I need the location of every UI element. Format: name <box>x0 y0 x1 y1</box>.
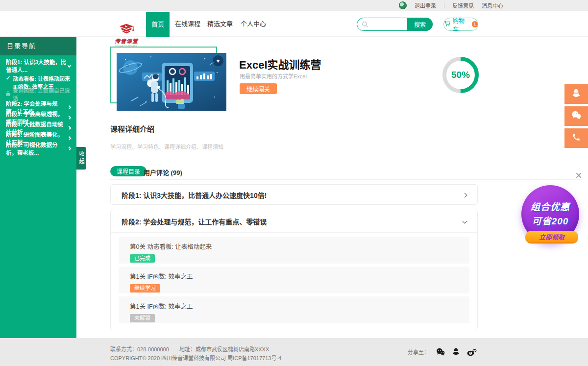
stage-1-title: 阶段1: 认识3大技能，比普通人办公速度快10倍! <box>122 190 267 200</box>
lesson-row[interactable]: 第1关 IF函数: 效率之王 继续学习 <box>119 267 469 293</box>
section-hint: 学习流程、学习特色、课程详细介绍、课程须知 <box>110 143 223 150</box>
wechat-contact-button[interactable] <box>564 106 588 126</box>
progress-percent-label: 50% <box>441 56 480 94</box>
course-title: Excel实战训练营 <box>239 56 321 72</box>
share-label: 分享至： <box>408 348 429 356</box>
course-subtitle: 用最简单实用的方式学Excel <box>240 72 307 80</box>
nav-item-articles[interactable]: 精选文章 <box>205 11 235 37</box>
logo-title: 传音课堂 <box>112 37 141 45</box>
share-weibo-icon[interactable] <box>466 347 477 356</box>
progress-ring: 50% <box>441 56 480 94</box>
nav-item-home[interactable]: 首页 <box>146 12 170 37</box>
wechat-icon <box>571 110 582 122</box>
lesson-row[interactable]: 第0关 动态看板: 让表格动起来 已完成 <box>119 237 469 264</box>
cart-count-badge: 1 <box>472 21 478 27</box>
promo-claim-button[interactable]: 立即领取 <box>525 231 578 243</box>
topbar: 退出登录 反馈意见 消息中心 <box>0 0 588 11</box>
footer-contact: 联系方式：028-0000000 <box>110 346 169 352</box>
lesson-status-badge[interactable]: 继续学习 <box>130 284 160 293</box>
feedback-link[interactable]: 反馈意见 <box>452 1 474 9</box>
sidebar-lesson-dashboard[interactable]: ✓ 动态看板: 让表格动起来 <box>0 74 76 82</box>
chevron-right-icon <box>463 193 467 197</box>
promo-line-1: 组合优惠 <box>531 200 570 214</box>
share-wechat-icon[interactable] <box>436 347 445 356</box>
phone-contact-button[interactable] <box>564 128 588 148</box>
sidebar-stage-1-label: 阶段1: 认识3大技能，比普通人... <box>6 58 68 73</box>
sidebar-stage-6[interactable]: 阶段6: 可视化数据分析，帮老板... <box>0 144 76 153</box>
check-icon: ✓ <box>6 75 10 81</box>
tab-user-comments[interactable]: 用户评论 (99) <box>144 168 182 177</box>
tab-course-catalog[interactable]: 课程目录 <box>110 166 147 176</box>
nav-item-profile[interactable]: 个人中心 <box>238 11 269 37</box>
share-qq-icon[interactable] <box>452 347 460 356</box>
tabs-divider <box>110 179 581 180</box>
search-box: 搜索 <box>357 18 433 31</box>
stage-2-header[interactable]: 阶段2: 学会处理与规范，让工作有重点、零错误 <box>111 210 477 233</box>
stage-2-title: 阶段2: 学会处理与规范，让工作有重点、零错误 <box>122 217 267 226</box>
topbar-divider <box>444 3 444 8</box>
continue-button[interactable]: 继续闯关 <box>240 83 277 94</box>
lesson-status-badge[interactable]: 未解锁 <box>130 314 155 322</box>
catalog-sidebar: 目录导航 阶段1: 认识3大技能，比普通人... ✓ 动态看板: 让表格动起来 … <box>0 37 76 338</box>
sidebar-stage-label: 阶段6: 可视化数据分析，帮老板... <box>6 141 68 156</box>
promo-line-2: 可省200 <box>532 214 569 228</box>
section-heading: 课程详细介绍 <box>110 123 154 134</box>
stage-card-1: 阶段1: 认识3大技能，比普通人办公速度快10倍! <box>110 184 478 205</box>
cart-button[interactable]: 购物车 1 <box>443 18 478 31</box>
logo-graduation-cap-icon <box>117 27 136 36</box>
close-icon[interactable]: × <box>575 170 582 181</box>
sidebar-title: 目录导航 <box>0 37 76 55</box>
sidebar-stage-1[interactable]: 阶段1: 认识3大技能，比普通人... <box>0 61 76 70</box>
search-button[interactable]: 搜索 <box>407 18 433 31</box>
phone-icon <box>572 133 581 144</box>
site-logo[interactable]: 传音课堂 CHUANYINKETANG <box>112 24 141 47</box>
cart-label: 购物车 <box>453 16 470 33</box>
stage-card-2: 阶段2: 学会处理与规范，让工作有重点、零错误 第0关 动态看板: 让表格动起来… <box>110 210 478 330</box>
search-input[interactable] <box>370 19 407 30</box>
footer-contact-line: 联系方式：028-0000000 地址：成都市武侯区槐树店南路XXXX <box>110 345 269 353</box>
nav-item-courses[interactable]: 在线课程 <box>172 11 203 37</box>
sidebar-lesson-locked[interactable]: 查询函数: 让数据自己说话 <box>0 90 76 98</box>
user-avatar[interactable] <box>399 1 407 9</box>
lock-icon <box>6 91 10 97</box>
qq-contact-button[interactable] <box>564 84 588 104</box>
lesson-title: 第0关 动态看板: 让表格动起来 <box>130 242 469 251</box>
qq-icon <box>571 88 581 100</box>
search-icon <box>362 21 368 30</box>
message-center-link[interactable]: 消息中心 <box>482 1 503 9</box>
footer-copyright: COPYRIGHT© 2020 四川传音课堂科技有限公司 蜀ICP备170177… <box>110 354 281 362</box>
lesson-row[interactable]: 第1关 IF函数: 效率之王 未解锁 <box>119 296 469 323</box>
logout-link[interactable]: 退出登录 <box>415 1 436 9</box>
footer-address: 地址：成都市武侯区槐树店南路XXXX <box>179 346 269 352</box>
section-divider <box>110 136 581 136</box>
sidebar-lesson-label: 动态看板: 让表格动起来 <box>13 74 70 82</box>
sidebar-collapse-tab[interactable]: 收起 <box>76 147 86 170</box>
course-cover-image <box>117 53 226 111</box>
lesson-status-badge[interactable]: 已完成 <box>130 254 155 263</box>
chevron-down-icon <box>463 219 467 224</box>
footer: 联系方式：028-0000000 地址：成都市武侯区槐树店南路XXXX COPY… <box>0 338 588 366</box>
navbar: 传音课堂 CHUANYINKETANG 首页 在线课程 精选文章 个人中心 <box>0 11 588 37</box>
lesson-title: 第1关 IF函数: 效率之王 <box>130 301 469 311</box>
stage-1-header[interactable]: 阶段1: 认识3大技能，比普通人办公速度快10倍! <box>111 185 477 205</box>
favorite-heart-icon[interactable]: ♥ <box>213 55 223 66</box>
cart-icon <box>444 21 451 28</box>
lesson-title: 第1关 IF函数: 效率之王 <box>130 271 469 281</box>
